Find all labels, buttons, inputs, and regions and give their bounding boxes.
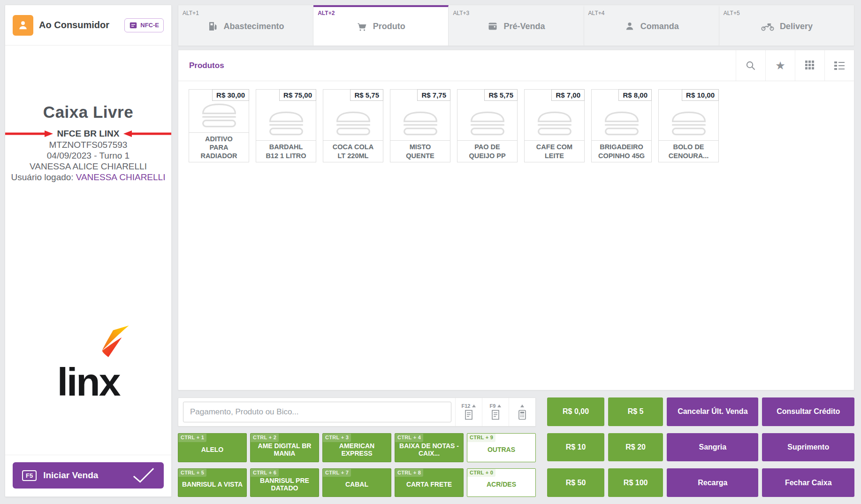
product-grid: R$ 30,00 ADITIVO PARA RADIADOR R$ 75,00 … — [178, 81, 854, 170]
motorcycle-icon — [761, 21, 775, 31]
list-view-button[interactable] — [824, 50, 854, 81]
product-name: BARDAHL B12 1 LITRO — [256, 140, 316, 162]
product-price: R$ 5,75 — [484, 89, 518, 101]
payment-method-american-express[interactable]: CTRL + 3 AMERICAN EXPRESS — [322, 433, 391, 462]
red-arrow-left-icon — [5, 130, 53, 137]
terminal-code: MTZNOTFS057593 — [5, 139, 171, 150]
payment-input-row: F12 F9 — [178, 397, 536, 427]
favorites-button[interactable]: ★ — [765, 50, 795, 81]
product-name: BOLO DE CENOURA... — [659, 140, 718, 162]
products-panel-header: Produtos ★ — [178, 50, 854, 81]
product-price: R$ 75,00 — [279, 89, 316, 101]
tab-label: Produto — [373, 22, 405, 31]
payment-search-input[interactable] — [183, 402, 451, 422]
product-name: ADITIVO PARA RADIADOR — [189, 132, 249, 162]
product-name: CAFE COM LEITE — [525, 140, 584, 162]
product-card[interactable]: R$ 8,00 BRIGADEIRO COPINHO 45G — [591, 89, 652, 162]
tab-shortcut: ALT+3 — [453, 10, 469, 16]
search-button[interactable] — [736, 50, 765, 81]
nfce-badge[interactable]: NFC-E — [124, 18, 164, 32]
fiscal-label: NFCE BR LINX — [57, 129, 120, 138]
tab-produto[interactable]: ALT+2 Produto — [313, 5, 449, 46]
recarga-button[interactable]: Recarga — [667, 468, 758, 497]
product-price: R$ 5,75 — [350, 89, 383, 101]
product-card[interactable]: R$ 7,00 CAFE COM LEITE — [524, 89, 585, 162]
operator-name: VANESSA ALICE CHIARELLI — [5, 161, 171, 172]
product-name: PAO DE QUEIJO PP — [457, 140, 517, 162]
tab-label: Comanda — [640, 22, 679, 31]
product-name: COCA COLA LT 220ML — [323, 140, 383, 162]
payment-method-banrisul-a-vista[interactable]: CTRL + 5 BANRISUL A VISTA — [178, 468, 247, 497]
logged-user-line: Usuário logado:VANESSA CHIARELLI — [5, 172, 171, 183]
cashier-status-title: Caixa Livre — [5, 103, 171, 122]
payment-method-label: AME DIGITAL BR MANIA — [253, 442, 316, 457]
f12-notes-button[interactable]: F12 — [455, 398, 482, 426]
grid-view-button[interactable] — [795, 50, 824, 81]
start-sale-label: Iniciar Venda — [43, 470, 126, 481]
cancel-last-sale-button[interactable]: Cancelar Últ. Venda — [667, 397, 758, 426]
product-card[interactable]: R$ 7,75 MISTO QUENTE — [390, 89, 450, 162]
session-info: 04/09/2023 - Turno 1 — [5, 150, 171, 161]
amount-50-button[interactable]: R$ 50 — [547, 468, 604, 497]
tab-shortcut: ALT+5 — [724, 10, 740, 16]
shortcut-label: CTRL + 0 — [467, 469, 495, 477]
fiscal-doc-icon — [129, 21, 137, 30]
product-price: R$ 10,00 — [682, 89, 719, 101]
payment-method-alelo[interactable]: CTRL + 1 ALELO — [178, 433, 247, 462]
product-card[interactable]: R$ 30,00 ADITIVO PARA RADIADOR — [189, 89, 249, 162]
linx-logo: linx — [5, 326, 171, 402]
shortcut-label: CTRL + 9 — [467, 434, 495, 442]
payment-method-label: OUTRAS — [488, 446, 515, 453]
product-price: R$ 7,00 — [551, 89, 585, 101]
sangria-button[interactable]: Sangria — [667, 433, 758, 462]
bottom-bar: F12 F9 CTRL + 1 ALELO — [178, 397, 854, 497]
list-view-icon — [834, 61, 845, 70]
shortcut-label: CTRL + 1 — [178, 434, 206, 442]
consumer-selector[interactable]: Ao Consumidor NFC-E — [5, 5, 171, 46]
amount-5-button[interactable]: R$ 5 — [608, 397, 663, 426]
payment-method-cabal[interactable]: CTRL + 7 CABAL — [322, 468, 391, 497]
sidebar: Ao Consumidor NFC-E Caixa Livre NFCE BR … — [5, 5, 172, 497]
cart-icon — [357, 21, 368, 32]
f9-notes-button[interactable]: F9 — [482, 398, 509, 426]
suprimento-button[interactable]: Suprimento — [762, 433, 854, 462]
payment-method-label: ACR/DES — [487, 481, 516, 488]
product-card[interactable]: R$ 10,00 BOLO DE CENOURA... — [658, 89, 719, 162]
payment-method-outras[interactable]: CTRL + 9 OUTRAS — [467, 433, 536, 462]
tab-comanda[interactable]: ALT+4 Comanda — [584, 5, 719, 46]
product-card[interactable]: R$ 5,75 COCA COLA LT 220ML — [323, 89, 383, 162]
close-register-button[interactable]: Fechar Caixa — [762, 468, 854, 497]
start-sale-button[interactable]: F5 Iniciar Venda — [13, 462, 164, 489]
receipt-icon — [491, 410, 500, 420]
product-price: R$ 7,75 — [417, 89, 450, 101]
payment-method-carta-frete[interactable]: CTRL + 8 CARTA FRETE — [395, 468, 464, 497]
check-credit-button[interactable]: Consultar Crédito — [762, 397, 854, 426]
tab-pre-venda[interactable]: ALT+3 Pré-Venda — [449, 5, 584, 46]
payment-method-acr-des[interactable]: CTRL + 0 ACR/DES — [467, 468, 536, 497]
tab-abastecimento[interactable]: ALT+1 Abastecimento — [178, 5, 313, 46]
amount-10-button[interactable]: R$ 10 — [547, 433, 604, 462]
payment-method-ame-digital[interactable]: CTRL + 2 AME DIGITAL BR MANIA — [250, 433, 319, 462]
grid-view-icon — [805, 61, 815, 70]
payment-method-baixa-de-notas[interactable]: CTRL + 4 BAIXA DE NOTAS - CAIX... — [395, 433, 464, 462]
payment-method-banrisul-pre-datado[interactable]: CTRL + 6 BANRISUL PRE DATADO — [250, 468, 319, 497]
amount-20-button[interactable]: R$ 20 — [608, 433, 663, 462]
star-icon: ★ — [775, 60, 785, 71]
tab-delivery[interactable]: ALT+5 Delivery — [719, 5, 854, 46]
caret-up-icon — [497, 405, 501, 407]
caret-up-icon — [472, 405, 476, 407]
logged-user-name: VANESSA CHIARELLI — [76, 172, 166, 182]
products-title: Produtos — [178, 50, 736, 81]
product-card[interactable]: R$ 75,00 BARDAHL B12 1 LITRO — [256, 89, 316, 162]
amount-100-button[interactable]: R$ 100 — [608, 468, 663, 497]
product-price: R$ 30,00 — [212, 89, 249, 101]
linx-logo-mark-icon — [90, 325, 131, 364]
calculator-button[interactable] — [509, 398, 535, 426]
tab-label: Pré-Venda — [503, 22, 545, 31]
amount-0-button[interactable]: R$ 0,00 — [547, 397, 604, 426]
tab-label: Delivery — [780, 22, 813, 31]
search-icon — [745, 60, 756, 71]
sidebar-footer: F5 Iniciar Venda — [5, 455, 171, 496]
product-card[interactable]: R$ 5,75 PAO DE QUEIJO PP — [457, 89, 518, 162]
receipt-icon — [464, 410, 473, 420]
